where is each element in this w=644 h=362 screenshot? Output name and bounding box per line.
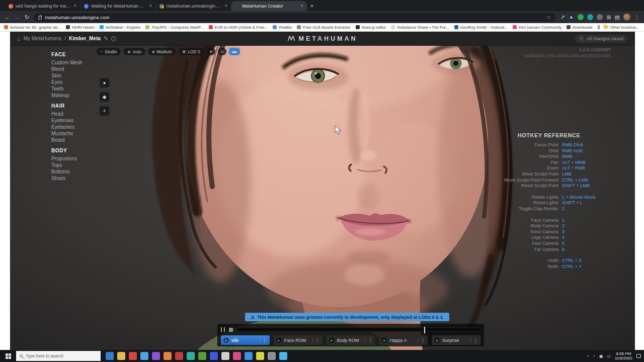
sidebar-item-mustache[interactable]: Mustache: [51, 130, 83, 137]
taskbar-app-icon[interactable]: [210, 352, 218, 360]
taskbar-app-icon[interactable]: [187, 352, 195, 360]
taskbar-search[interactable]: Type here to search: [16, 351, 101, 361]
sidebar-item-eyebrows[interactable]: Eyebrows: [51, 117, 83, 124]
extension-teal-icon[interactable]: [587, 14, 593, 20]
other-bookmarks-button[interactable]: Other bookma...: [600, 23, 644, 31]
taskbar-app-icon[interactable]: [152, 352, 160, 360]
browser-tab-active[interactable]: MetaHuman Creator ×: [231, 1, 307, 11]
taskbar-app-icon[interactable]: [268, 352, 276, 360]
back-icon[interactable]: ←: [5, 15, 10, 20]
reload-icon[interactable]: ↻: [25, 15, 29, 20]
sidebar-item-shoes[interactable]: Shoes: [51, 175, 83, 182]
animation-menu-icon[interactable]: ⋮: [260, 338, 267, 343]
sidebar-item-teeth[interactable]: Teeth: [51, 85, 83, 92]
taskbar-app-icon[interactable]: [117, 352, 125, 360]
tray-expand-icon[interactable]: ^: [587, 354, 589, 358]
sidebar-item-head[interactable]: Head: [51, 111, 83, 117]
sidebar-item-bottoms[interactable]: Bottoms: [51, 168, 83, 175]
home-icon[interactable]: ⌂: [17, 36, 21, 42]
bookmark-item[interactable]: Kim Iversen Community: [513, 25, 561, 30]
tab-close-icon[interactable]: ×: [224, 4, 227, 9]
taskbar-app-icon[interactable]: [233, 352, 241, 360]
bookmark-item[interactable]: EXR to HDR (Online & Free...: [209, 25, 268, 30]
profile-avatar[interactable]: [623, 14, 630, 21]
bookmark-item[interactable]: HDRI Haven: [66, 25, 95, 30]
bookmark-item[interactable]: RokBin: [273, 25, 292, 30]
breadcrumb-root[interactable]: My MetaHumans: [24, 36, 62, 41]
taskbar-app-icon[interactable]: [245, 352, 253, 360]
animation-chip-face-rom[interactable]: ▸ Face ROM ⋮: [274, 335, 323, 345]
extension-green-icon[interactable]: [578, 14, 584, 20]
viewport-3d[interactable]: FACE Custom Mesh Blend Skin Eyes Teeth M…: [10, 46, 635, 350]
taskbar-app-icon[interactable]: [164, 352, 172, 360]
bookmark-item[interactable]: textures for 3D, graphic de...: [4, 25, 61, 30]
sidebar-item-blend[interactable]: Blend: [51, 66, 83, 72]
pause-button[interactable]: [221, 327, 225, 332]
animation-chip-body-rom[interactable]: ▸ Body ROM ⋮: [327, 335, 375, 345]
animation-menu-icon[interactable]: ⋮: [418, 338, 425, 343]
tray-icon-2[interactable]: ▣: [599, 354, 603, 358]
tab-close-icon[interactable]: ×: [149, 4, 152, 9]
tray-icon-1[interactable]: ◔: [593, 354, 595, 358]
extensions-puzzle-icon[interactable]: ⊞: [606, 15, 611, 20]
extension-a-icon[interactable]: A: [568, 14, 574, 20]
clay-render-toggle[interactable]: ●: [207, 48, 215, 55]
add-tool-button[interactable]: +: [100, 106, 109, 116]
sidebar-item-makeup[interactable]: Makeup: [51, 92, 83, 99]
browser-tab-1[interactable]: ue5 hangs waiting for metahuman backend …: [5, 1, 80, 11]
bookmark-item[interactable]: ArtStation - Explore: [100, 25, 140, 30]
environment-button[interactable]: ◐Studio: [97, 48, 121, 55]
preview-toggle-active[interactable]: ▬: [229, 48, 240, 55]
animation-chip-surprise[interactable]: ▸ Surprise ⋮: [432, 335, 480, 345]
stop-button[interactable]: [229, 328, 233, 332]
bookmark-star-icon[interactable]: ☆: [546, 15, 551, 20]
address-bar[interactable]: metahuman.unrealengine.com ☆: [34, 13, 555, 22]
tray-icon-3[interactable]: ▭: [607, 354, 611, 358]
sidebar-item-beard[interactable]: Beard: [51, 137, 83, 143]
taskbar-app-icon[interactable]: [256, 352, 264, 360]
sidebar-item-tops[interactable]: Tops: [51, 162, 83, 168]
bookmark-item[interactable]: Geoffrey Smith - Outlook...: [454, 25, 508, 30]
taskbar-app-icon[interactable]: [279, 352, 287, 360]
bookmark-item[interactable]: Free GLB Assets Extractor: [297, 25, 351, 30]
taskbar-clock[interactable]: 8:55 PM 11/6/2022: [615, 351, 632, 361]
sidebar-item-skin[interactable]: Skin: [51, 72, 83, 79]
animation-chip-happy-a[interactable]: ▸ Happy A ⋮: [379, 335, 428, 345]
animation-menu-icon[interactable]: ⋮: [470, 338, 478, 343]
lod-button[interactable]: ▦LOD 0: [179, 48, 204, 55]
browser-menu-icon[interactable]: ⋮: [634, 15, 639, 20]
bookmark-item[interactable]: Downloads: [567, 25, 593, 30]
camera-mode-button[interactable]: ◉Auto: [123, 48, 145, 55]
animation-menu-icon[interactable]: ⋮: [365, 338, 372, 343]
animation-chip-idle[interactable]: ▸ Idle ⋮: [221, 335, 270, 345]
sidebar-item-eyelashes[interactable]: Eyelashes: [51, 124, 83, 130]
rename-icon[interactable]: ✎: [104, 35, 108, 42]
tab-close-icon[interactable]: ×: [73, 4, 76, 9]
tab-close-icon[interactable]: ×: [300, 4, 303, 9]
start-button[interactable]: [0, 350, 16, 362]
bookmark-item[interactable]: three.js editor: [356, 25, 386, 30]
move-tool-button[interactable]: ◆: [100, 92, 109, 102]
new-tab-button[interactable]: +: [307, 1, 317, 11]
taskbar-app-icon[interactable]: [198, 352, 206, 360]
quality-button[interactable]: ◆Medium: [148, 48, 176, 55]
taskbar-app-icon[interactable]: [140, 352, 148, 360]
taskbar-app-icon[interactable]: [175, 352, 183, 360]
taskbar-app-icon[interactable]: [221, 352, 229, 360]
info-icon[interactable]: i: [111, 36, 116, 41]
forward-icon[interactable]: →: [15, 15, 20, 20]
bookmark-item[interactable]: Substance Share • The Fre...: [391, 25, 449, 30]
taskbar-app-icon[interactable]: [106, 352, 114, 360]
side-panel-icon[interactable]: ▤: [615, 15, 620, 20]
playhead-handle[interactable]: [424, 327, 425, 333]
bookmark-item[interactable]: TinyJPG - Compress WebP...: [145, 25, 203, 30]
animation-menu-icon[interactable]: ⋮: [312, 338, 320, 343]
sidebar-item-custom-mesh[interactable]: Custom Mesh: [51, 59, 83, 66]
extension-gray-icon[interactable]: [597, 14, 603, 20]
sculpt-tool-button[interactable]: ●: [100, 78, 109, 87]
sidebar-item-proportions[interactable]: Proportions: [51, 155, 83, 162]
browser-tab-3[interactable]: metahuman.unrealengine.com - Google Se ×: [156, 1, 231, 11]
sidebar-item-eyes[interactable]: Eyes: [51, 79, 83, 85]
timeline-scrubber[interactable]: [237, 327, 480, 332]
taskbar-app-icon[interactable]: [129, 352, 137, 360]
